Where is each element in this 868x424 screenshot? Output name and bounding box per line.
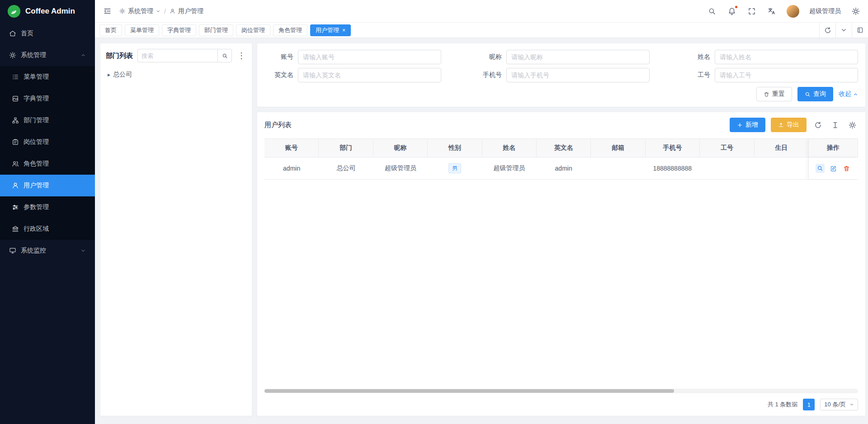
sidebar-item-region-mgmt[interactable]: 行政区域 xyxy=(0,218,95,240)
collapse-toggle[interactable]: 收起 xyxy=(839,90,858,98)
filter-label: 英文名 xyxy=(264,71,293,79)
close-icon[interactable]: × xyxy=(342,28,345,33)
column-header-en-name[interactable]: 英文名 xyxy=(537,139,591,157)
sidebar-item-label: 参数管理 xyxy=(24,203,49,211)
filter-label: 工号 xyxy=(681,71,710,79)
tree-caret-icon[interactable]: ▸ xyxy=(108,71,110,78)
work-no-input[interactable] xyxy=(715,68,858,82)
column-header-name[interactable]: 姓名 xyxy=(482,139,537,157)
cell-gender: 男 xyxy=(428,157,482,179)
gear-icon xyxy=(9,52,16,59)
cell-dept: 总公司 xyxy=(319,157,373,179)
sidebar-item-dict-mgmt[interactable]: 字典管理 xyxy=(0,88,95,110)
sidebar-item-system[interactable]: 系统管理 xyxy=(0,44,95,66)
avatar[interactable] xyxy=(787,5,799,18)
sidebar-item-label: 部门管理 xyxy=(24,116,49,124)
sidebar-item-home[interactable]: 首页 xyxy=(0,23,95,44)
layout-expand-icon[interactable] xyxy=(852,23,868,38)
sidebar-item-label: 首页 xyxy=(21,29,33,38)
filter-nickname: 昵称 xyxy=(473,50,650,64)
breadcrumb: 系统管理 / 用户管理 xyxy=(119,7,203,15)
nickname-input[interactable] xyxy=(506,50,650,64)
tree-node-root[interactable]: ▸ 总公司 xyxy=(106,70,246,80)
tab-role-mgmt[interactable]: 角色管理 xyxy=(273,24,307,36)
column-header-operations: 操作 xyxy=(808,139,858,157)
search-icon xyxy=(222,53,228,59)
account-input[interactable] xyxy=(298,50,441,64)
gear-icon xyxy=(119,8,125,14)
department-search-button[interactable] xyxy=(217,49,232,62)
page-size-value: 10 条/页 xyxy=(824,400,846,409)
column-settings-icon[interactable] xyxy=(829,119,841,131)
page-size-select[interactable]: 10 条/页 xyxy=(820,399,858,410)
notification-bell-icon[interactable] xyxy=(727,6,737,16)
tab-dept-mgmt[interactable]: 部门管理 xyxy=(199,24,233,36)
department-search-input[interactable] xyxy=(137,49,217,62)
add-user-button[interactable]: 新增 xyxy=(730,118,765,132)
tab-dict-mgmt[interactable]: 字典管理 xyxy=(162,24,196,36)
translate-icon[interactable] xyxy=(767,6,777,16)
column-header-phone[interactable]: 手机号 xyxy=(646,139,700,157)
sidebar-item-monitor[interactable]: 系统监控 xyxy=(0,240,95,262)
column-header-birthday[interactable]: 生日 xyxy=(755,139,808,157)
breadcrumb-item-user[interactable]: 用户管理 xyxy=(170,7,203,15)
tab-menu-mgmt[interactable]: 菜单管理 xyxy=(125,24,159,36)
bank-icon xyxy=(12,225,19,233)
sidebar-item-role-mgmt[interactable]: 角色管理 xyxy=(0,153,95,175)
horizontal-scrollbar[interactable] xyxy=(264,389,858,393)
column-header-work-no[interactable]: 工号 xyxy=(700,139,754,157)
sidebar-item-menu-mgmt[interactable]: 菜单管理 xyxy=(0,66,95,88)
table-settings-gear-icon[interactable] xyxy=(846,119,858,131)
sliders-icon xyxy=(12,204,19,211)
breadcrumb-item-system[interactable]: 系统管理 xyxy=(119,7,160,15)
phone-input[interactable] xyxy=(506,68,650,82)
sidebar-item-user-mgmt[interactable]: 用户管理 xyxy=(0,175,95,196)
column-header-gender[interactable]: 性别 xyxy=(428,139,482,157)
page-number-button[interactable]: 1 xyxy=(803,399,815,410)
breadcrumb-label: 用户管理 xyxy=(178,7,203,15)
sidebar-item-post-mgmt[interactable]: 岗位管理 xyxy=(0,131,95,153)
delete-row-icon[interactable] xyxy=(842,164,851,173)
top-header: 系统管理 / 用户管理 xyxy=(95,0,868,23)
export-button[interactable]: 导出 xyxy=(771,118,807,132)
refresh-icon[interactable] xyxy=(819,23,835,38)
tab-options-chevron-icon[interactable] xyxy=(835,23,852,38)
main-area: 系统管理 / 用户管理 xyxy=(95,0,868,424)
tab-label: 字典管理 xyxy=(167,26,191,34)
sidebar-item-param-mgmt[interactable]: 参数管理 xyxy=(0,196,95,218)
tab-home[interactable]: 首页 xyxy=(99,24,122,36)
sidebar: Coffee Admin 首页 系统管理 xyxy=(0,0,95,424)
sidebar-item-dept-mgmt[interactable]: 部门管理 xyxy=(0,110,95,131)
username[interactable]: 超级管理员 xyxy=(809,7,841,15)
department-panel-title: 部门列表 xyxy=(106,52,133,60)
fullscreen-icon[interactable] xyxy=(747,6,757,16)
refresh-icon[interactable] xyxy=(812,119,824,131)
more-options-icon[interactable]: ⋮ xyxy=(236,52,246,60)
tab-user-mgmt[interactable]: 用户管理 × xyxy=(310,24,351,36)
scrollbar-thumb[interactable] xyxy=(264,389,674,393)
reset-button[interactable]: 重置 xyxy=(756,87,792,101)
tab-post-mgmt[interactable]: 岗位管理 xyxy=(236,24,270,36)
tab-label: 首页 xyxy=(105,26,117,34)
chevron-up-icon xyxy=(80,52,86,58)
clear-icon xyxy=(764,91,769,97)
column-header-nickname[interactable]: 昵称 xyxy=(373,139,428,157)
tab-label: 部门管理 xyxy=(204,26,228,34)
name-input[interactable] xyxy=(715,50,858,64)
sidebar-item-label: 菜单管理 xyxy=(24,73,49,81)
view-row-icon[interactable] xyxy=(816,164,825,173)
sidebar-item-label: 字典管理 xyxy=(24,95,49,103)
edit-row-icon[interactable] xyxy=(829,164,838,173)
sidebar-toggle-icon[interactable] xyxy=(102,6,112,16)
settings-gear-icon[interactable] xyxy=(851,6,861,16)
search-icon[interactable] xyxy=(707,6,717,16)
column-header-email[interactable]: 邮箱 xyxy=(591,139,645,157)
column-header-dept[interactable]: 部门 xyxy=(319,139,373,157)
coffee-logo-icon xyxy=(7,5,21,18)
table-header-row: 账号 部门 昵称 性别 姓名 英文名 邮箱 手机号 工号 生日 操作 xyxy=(264,138,858,157)
table-row[interactable]: admin 总公司 超级管理员 男 超级管理员 admin 1888888888… xyxy=(264,157,858,180)
column-header-account[interactable]: 账号 xyxy=(264,139,319,157)
en-name-input[interactable] xyxy=(298,68,441,82)
search-button[interactable]: 查询 xyxy=(797,87,833,101)
header-actions: 超级管理员 xyxy=(707,5,861,18)
